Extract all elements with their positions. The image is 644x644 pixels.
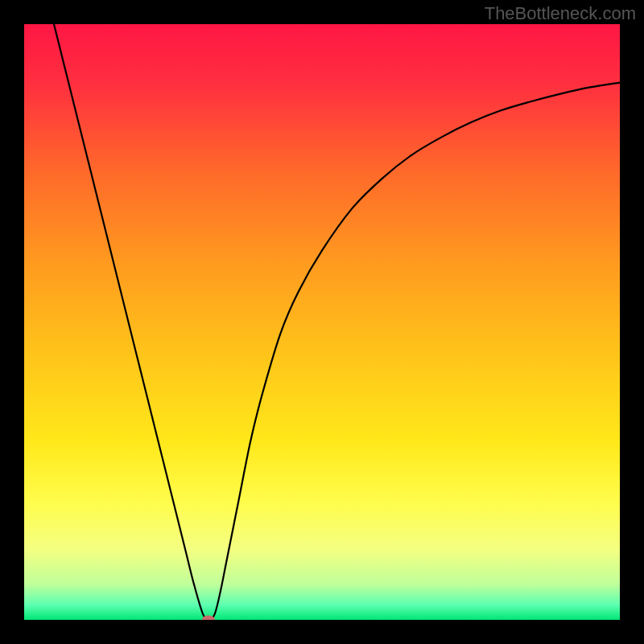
minimum-marker — [202, 616, 215, 621]
plot-area — [24, 24, 620, 620]
watermark-text: TheBottleneck.com — [485, 3, 636, 24]
chart-frame: TheBottleneck.com — [0, 0, 644, 644]
bottleneck-curve — [24, 24, 620, 620]
